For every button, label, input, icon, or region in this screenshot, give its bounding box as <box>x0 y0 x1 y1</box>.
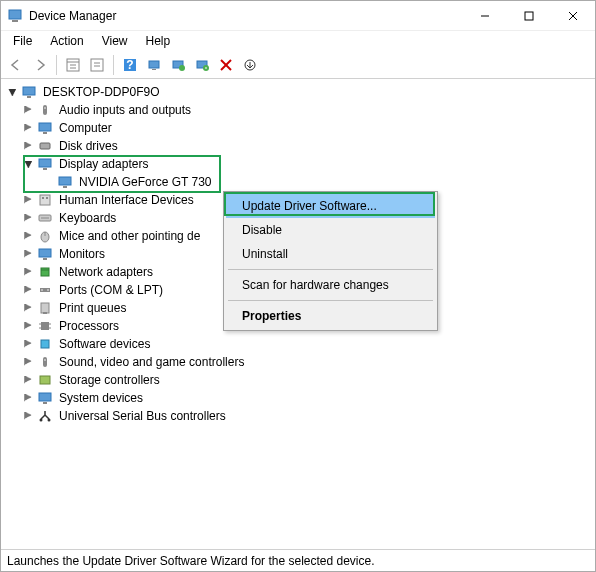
help-button[interactable]: ? <box>119 54 141 76</box>
ctx-disable[interactable]: Disable <box>226 218 435 242</box>
ctx-uninstall[interactable]: Uninstall <box>226 242 435 266</box>
expand-arrow-icon[interactable]: ⯈ <box>21 391 35 405</box>
category-icon <box>37 156 53 172</box>
expand-arrow-icon[interactable]: ⯆ <box>5 85 19 99</box>
update-driver-button[interactable] <box>167 54 189 76</box>
tree-category[interactable]: ⯈Software devices <box>1 335 595 353</box>
tree-category[interactable]: ⯈Computer <box>1 119 595 137</box>
menu-help[interactable]: Help <box>138 32 179 50</box>
device-manager-window: Device Manager File Action View Help ? ⯆ <box>0 0 596 572</box>
tree-category[interactable]: ⯈Disk drives <box>1 137 595 155</box>
maximize-button[interactable] <box>507 1 551 31</box>
ctx-separator <box>228 300 433 301</box>
ctx-properties[interactable]: Properties <box>226 304 435 328</box>
tree-content[interactable]: ⯆ DESKTOP-DDP0F9O ⯈Audio inputs and outp… <box>1 79 595 549</box>
category-label: Storage controllers <box>57 372 162 388</box>
ctx-scan[interactable]: Scan for hardware changes <box>226 273 435 297</box>
ctx-update-driver[interactable]: Update Driver Software... <box>226 194 435 218</box>
svg-rect-62 <box>43 402 47 404</box>
svg-point-63 <box>40 419 43 422</box>
menu-action[interactable]: Action <box>42 32 91 50</box>
expand-arrow-icon[interactable]: ⯈ <box>21 409 35 423</box>
tree-category[interactable]: ⯈Audio inputs and outputs <box>1 101 595 119</box>
expand-arrow-icon[interactable]: ⯈ <box>21 229 35 243</box>
scan-hardware-button[interactable] <box>143 54 165 76</box>
svg-rect-36 <box>40 195 50 205</box>
svg-rect-1 <box>12 20 18 22</box>
tree-category[interactable]: ⯈Sound, video and game controllers <box>1 353 595 371</box>
tree-device[interactable]: NVIDIA GeForce GT 730 <box>1 173 595 191</box>
category-label: Keyboards <box>57 210 118 226</box>
svg-point-48 <box>41 289 43 291</box>
expand-arrow-icon[interactable]: ⯈ <box>21 121 35 135</box>
menu-view[interactable]: View <box>94 32 136 50</box>
svg-rect-34 <box>59 177 71 185</box>
category-label: Print queues <box>57 300 128 316</box>
category-label: System devices <box>57 390 145 406</box>
category-label: Mice and other pointing de <box>57 228 202 244</box>
close-button[interactable] <box>551 1 595 31</box>
expand-arrow-icon[interactable]: ⯈ <box>21 319 35 333</box>
tree-category[interactable]: ⯈System devices <box>1 389 595 407</box>
svg-rect-43 <box>39 249 51 257</box>
expand-arrow-icon[interactable]: ⯈ <box>21 265 35 279</box>
category-label: Monitors <box>57 246 107 262</box>
category-label: Computer <box>57 120 114 136</box>
category-icon <box>37 318 53 334</box>
svg-rect-57 <box>41 340 49 348</box>
category-icon <box>37 336 53 352</box>
svg-rect-27 <box>43 105 47 115</box>
expand-arrow-icon[interactable]: ⯈ <box>21 373 35 387</box>
category-icon <box>37 210 53 226</box>
category-label: Display adapters <box>57 156 150 172</box>
expand-arrow-icon[interactable]: ⯈ <box>21 301 35 315</box>
expand-arrow-icon[interactable]: ⯈ <box>21 283 35 297</box>
svg-rect-44 <box>43 258 47 260</box>
svg-rect-52 <box>41 322 49 330</box>
tree-root[interactable]: ⯆ DESKTOP-DDP0F9O <box>1 83 595 101</box>
expand-arrow-icon[interactable]: ⯈ <box>21 139 35 153</box>
tree-category[interactable]: ⯈Storage controllers <box>1 371 595 389</box>
category-icon <box>37 390 53 406</box>
svg-rect-51 <box>43 312 47 314</box>
expand-arrow-icon[interactable]: ⯈ <box>21 337 35 351</box>
status-text: Launches the Update Driver Software Wiza… <box>7 554 375 568</box>
category-icon <box>37 192 53 208</box>
menu-file[interactable]: File <box>5 32 40 50</box>
category-icon <box>37 354 53 370</box>
category-label: Software devices <box>57 336 152 352</box>
expand-arrow-icon[interactable]: ⯈ <box>21 103 35 117</box>
svg-rect-61 <box>39 393 51 401</box>
expand-arrow-icon[interactable]: ⯆ <box>21 157 35 171</box>
expand-arrow-icon[interactable]: ⯈ <box>21 193 35 207</box>
back-button[interactable] <box>5 54 27 76</box>
svg-point-64 <box>48 419 51 422</box>
category-icon <box>37 246 53 262</box>
expand-arrow-icon[interactable]: ⯈ <box>21 211 35 225</box>
svg-text:?: ? <box>126 58 133 72</box>
expand-arrow-icon[interactable]: ⯈ <box>21 247 35 261</box>
uninstall-button[interactable] <box>191 54 213 76</box>
properties-button[interactable] <box>86 54 108 76</box>
svg-rect-25 <box>23 87 35 95</box>
category-icon <box>37 282 53 298</box>
svg-rect-31 <box>40 143 50 149</box>
expand-arrow-icon[interactable]: ⯈ <box>21 355 35 369</box>
category-icon <box>37 300 53 316</box>
window-title: Device Manager <box>29 9 463 23</box>
minimize-button[interactable] <box>463 1 507 31</box>
tree-category[interactable]: ⯈Universal Serial Bus controllers <box>1 407 595 425</box>
tree-category[interactable]: ⯆Display adapters <box>1 155 595 173</box>
app-icon <box>7 8 23 24</box>
forward-button[interactable] <box>29 54 51 76</box>
svg-rect-35 <box>63 186 67 188</box>
enable-button[interactable] <box>239 54 261 76</box>
show-hide-tree-button[interactable] <box>62 54 84 76</box>
category-icon <box>37 264 53 280</box>
disable-button[interactable] <box>215 54 237 76</box>
svg-point-49 <box>47 289 49 291</box>
svg-rect-60 <box>40 376 50 384</box>
category-label: Audio inputs and outputs <box>57 102 193 118</box>
category-icon <box>37 102 53 118</box>
svg-point-28 <box>44 107 46 109</box>
